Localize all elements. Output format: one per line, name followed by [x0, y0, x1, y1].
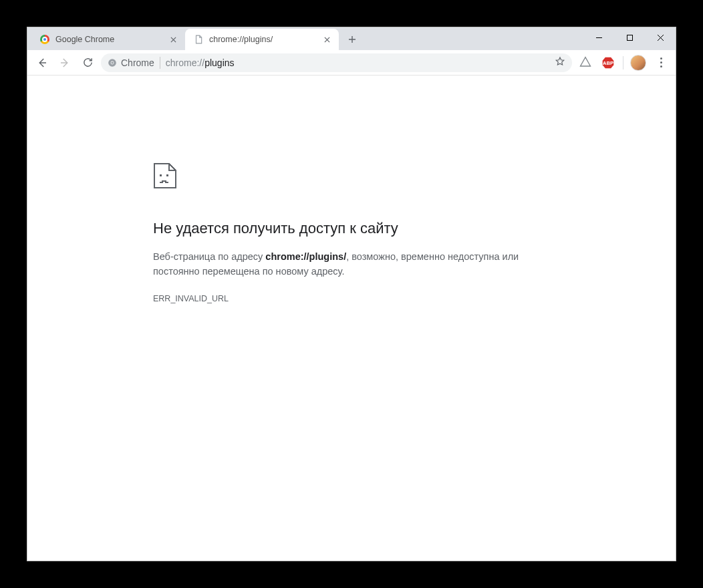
- toolbar: Chrome chrome://plugins ABP: [27, 50, 676, 76]
- tab-strip: Google Chrome chrome://plugins/: [27, 27, 676, 50]
- tab-title: chrome://plugins/: [209, 35, 316, 44]
- reload-button[interactable]: [78, 53, 97, 72]
- close-tab-icon[interactable]: [321, 34, 332, 45]
- profile-avatar[interactable]: [629, 53, 648, 72]
- sad-file-icon: [153, 162, 676, 192]
- address-bar[interactable]: Chrome chrome://plugins: [101, 53, 572, 72]
- browser-window: Google Chrome chrome://plugins/: [27, 27, 676, 561]
- svg-text:ABP: ABP: [603, 60, 613, 66]
- svg-point-3: [111, 61, 114, 64]
- new-tab-button[interactable]: [343, 30, 362, 49]
- tab-inactive[interactable]: Google Chrome: [31, 29, 185, 50]
- error-title: Не удается получить доступ к сайту: [153, 220, 676, 237]
- site-chip: Chrome: [108, 57, 160, 69]
- tab-title: Google Chrome: [55, 35, 162, 44]
- svg-rect-7: [166, 174, 168, 176]
- close-tab-icon[interactable]: [168, 34, 178, 45]
- error-message: Веб-страница по адресу chrome://plugins/…: [153, 249, 541, 279]
- adblock-extension-icon[interactable]: ABP: [599, 53, 617, 72]
- chrome-menu-button[interactable]: [652, 53, 670, 72]
- minimize-button[interactable]: [583, 27, 614, 47]
- chrome-icon: [39, 34, 50, 45]
- url-text: chrome://plugins: [166, 57, 549, 68]
- error-code: ERR_INVALID_URL: [153, 294, 676, 303]
- page-content: Не удается получить доступ к сайту Веб-с…: [27, 76, 676, 561]
- bookmark-star-icon[interactable]: [555, 56, 565, 69]
- svg-rect-0: [627, 35, 632, 40]
- forward-button[interactable]: [55, 53, 74, 72]
- maximize-button[interactable]: [614, 27, 645, 47]
- back-button[interactable]: [33, 53, 51, 72]
- chrome-icon: [108, 58, 117, 67]
- file-icon: [193, 34, 204, 45]
- toolbar-divider: [623, 56, 623, 69]
- tab-active[interactable]: chrome://plugins/: [185, 29, 339, 50]
- close-window-button[interactable]: [645, 27, 676, 47]
- window-controls: [583, 27, 676, 47]
- yandex-extension-icon[interactable]: [576, 53, 595, 72]
- site-chip-label: Chrome: [121, 57, 154, 68]
- svg-rect-6: [160, 174, 162, 176]
